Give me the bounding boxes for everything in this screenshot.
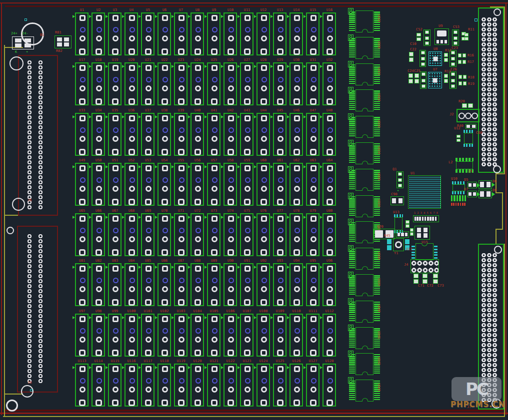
relay-footprint[interactable]: U34 [92,113,105,156]
relay-footprint[interactable]: U80 [322,213,336,256]
capacitor-footprint[interactable] [406,220,410,228]
transistor-footprint[interactable] [396,171,404,188]
capacitor-footprint[interactable] [410,228,414,236]
relay-footprint[interactable]: U22 [158,62,171,105]
relay-footprint[interactable]: U95 [306,263,320,306]
relay-footprint[interactable]: U107 [240,314,254,357]
relay-footprint[interactable]: U17 [75,62,88,105]
relay-footprint[interactable]: U89 [207,263,220,306]
relay-footprint[interactable]: U38 [158,113,171,156]
relay-footprint[interactable]: U94 [290,263,303,306]
relay-footprint[interactable]: U27 [240,62,254,105]
qfn-ic-footprint[interactable] [428,51,442,66]
resistor-network-footprint[interactable] [396,231,409,238]
relay-footprint[interactable]: U37 [141,113,154,156]
relay-footprint[interactable]: U62 [290,163,303,206]
relay-footprint[interactable]: U126 [290,364,303,407]
transistor-footprint[interactable] [420,50,426,67]
capacitor-footprint[interactable] [464,33,468,40]
relay-footprint[interactable]: U98 [92,314,105,357]
relay-footprint[interactable]: U11 [240,12,254,55]
transistor-footprint[interactable] [420,71,426,89]
capacitor-footprint[interactable] [348,377,354,384]
soic-ic-footprint[interactable]: U139 [349,274,382,297]
soic-ic-footprint[interactable]: U134 [349,142,382,165]
relay-footprint[interactable]: U21 [141,62,154,105]
relay-footprint[interactable]: U36 [124,113,138,156]
soic-ic-footprint[interactable]: U135 [349,169,382,191]
relay-footprint[interactable]: U96 [322,263,336,306]
capacitor-footprint[interactable] [444,74,448,83]
relay-footprint[interactable]: U2 [92,12,105,55]
relay-footprint[interactable]: U113 [75,364,88,407]
relay-footprint[interactable]: U86 [158,263,171,306]
relay-footprint[interactable]: U35 [108,113,122,156]
relay-footprint[interactable]: U20 [124,62,138,105]
capacitor-footprint[interactable] [348,34,354,41]
test-point[interactable] [474,18,478,21]
diode-footprint[interactable] [468,191,477,197]
capacitor-footprint[interactable] [408,73,413,83]
relay-footprint[interactable]: U16 [322,12,336,55]
relay-footprint[interactable]: U121 [207,364,220,407]
transistor-footprint[interactable] [450,71,456,89]
relay-footprint[interactable]: U10 [224,12,237,55]
capacitor-footprint[interactable] [348,140,354,146]
relay-footprint[interactable]: U81 [75,263,88,306]
soic-ic-footprint[interactable]: U136 [349,195,382,218]
relay-footprint[interactable]: U91 [240,263,254,306]
relay-footprint[interactable]: U119 [174,364,188,407]
crystal-footprint[interactable] [393,238,404,251]
capacitor-footprint[interactable] [348,245,354,252]
relay-footprint[interactable]: U88 [190,263,204,306]
capacitor-footprint[interactable] [422,274,428,284]
transistor-footprint[interactable] [450,50,456,67]
relay-footprint[interactable]: U61 [273,163,286,206]
relay-footprint[interactable]: U111 [306,314,320,357]
relay-footprint[interactable]: U1 [75,12,88,55]
relay-footprint[interactable]: U18 [92,62,105,105]
relay-footprint[interactable]: U71 [174,213,188,256]
soic-ic-footprint[interactable]: U131 [349,63,382,86]
relay-footprint[interactable]: U72 [190,213,204,256]
capacitor-footprint[interactable] [414,73,419,83]
resistor-footprint[interactable] [458,53,466,57]
diode-footprint[interactable] [468,182,477,188]
relay-footprint[interactable]: U105 [207,314,220,357]
connector-footprint[interactable] [12,36,34,49]
relay-footprint[interactable]: U64 [322,163,336,206]
soic-ic-footprint[interactable]: U141 [349,327,382,350]
relay-footprint[interactable]: U124 [256,364,270,407]
capacitor-footprint[interactable] [444,53,448,62]
relay-footprint[interactable]: U122 [224,364,237,407]
relay-footprint[interactable]: U100 [124,314,138,357]
relay-footprint[interactable]: U7 [174,12,188,55]
soic-ic-footprint[interactable]: U140 [349,301,382,323]
relay-footprint[interactable]: U32 [322,62,336,105]
relay-footprint[interactable]: U8 [190,12,204,55]
relay-footprint[interactable]: U54 [158,163,171,206]
pad-row[interactable] [451,203,466,206]
relay-footprint[interactable]: U45 [273,113,286,156]
relay-footprint[interactable]: U118 [158,364,171,407]
capacitor-footprint[interactable] [348,8,354,14]
relay-footprint[interactable]: U102 [158,314,171,357]
bga-ic-footprint[interactable] [408,175,441,209]
relay-footprint[interactable]: U28 [256,62,270,105]
relay-footprint[interactable]: U83 [108,263,122,306]
relay-footprint[interactable]: U47 [306,113,320,156]
resistor-footprint[interactable] [458,60,466,64]
relay-footprint[interactable]: U75 [240,213,254,256]
relay-footprint[interactable]: U55 [174,163,188,206]
relay-footprint[interactable]: U78 [290,213,303,256]
soic-ic-footprint[interactable]: U142 [349,353,382,376]
relay-footprint[interactable]: U39 [174,113,188,156]
regulator-footprint[interactable] [434,28,449,45]
relay-footprint[interactable]: U106 [224,314,237,357]
relay-footprint[interactable]: U23 [174,62,188,105]
capacitor-footprint[interactable] [433,274,438,284]
capacitor-footprint[interactable] [348,272,354,278]
relay-footprint[interactable]: U99 [108,314,122,357]
relay-footprint[interactable]: U82 [92,263,105,306]
relay-footprint[interactable]: U93 [273,263,286,306]
